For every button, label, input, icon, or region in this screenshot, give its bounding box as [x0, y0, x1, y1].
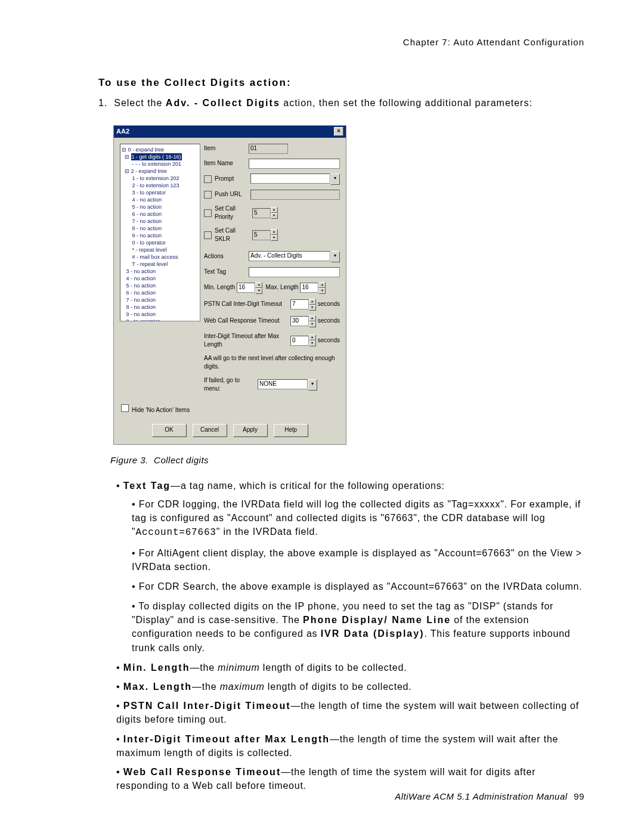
definition-list: Text Tag—a tag name, which is critical f… — [116, 479, 584, 793]
list-item: For CDR logging, the IVRData field will … — [132, 497, 584, 540]
max-length-field[interactable]: 16 — [300, 283, 318, 293]
ok-button[interactable]: OK — [152, 424, 187, 437]
call-priority-field: 5 — [252, 208, 271, 218]
section-title: To use the Collect Digits action: — [98, 76, 584, 91]
dialog-title: AA2 — [116, 127, 129, 137]
setsklr-checkbox[interactable] — [204, 231, 212, 239]
menu-tree[interactable]: ⊟ 0 - expand tree ⊟ 1 - get digits ( 16-… — [120, 144, 200, 321]
page-footer: AltiWare ACM 5.1 Administration Manual 9… — [395, 790, 584, 803]
inter-timeout-field[interactable]: 0 — [290, 336, 309, 346]
chapter-header: Chapter 7: Auto Attendant Configuration — [98, 36, 584, 49]
prompt-checkbox[interactable] — [204, 175, 212, 183]
prompt-field[interactable] — [250, 174, 330, 184]
apply-button[interactable]: Apply — [233, 424, 268, 437]
help-button[interactable]: Help — [274, 424, 308, 437]
item-label: Item — [204, 144, 249, 153]
itemname-label: Item Name — [204, 159, 249, 168]
note-text: AA will go to the next level after colle… — [204, 354, 340, 371]
item-name-field[interactable] — [249, 159, 340, 169]
failed-menu-select[interactable]: NONE — [258, 379, 308, 389]
text-tag-field[interactable] — [249, 267, 340, 277]
cancel-button[interactable]: Cancel — [193, 424, 227, 437]
min-length-field[interactable]: 16 — [237, 283, 255, 293]
web-timeout-field[interactable]: 30 — [290, 316, 309, 326]
spin-up-icon[interactable]: ▴ — [271, 229, 278, 235]
figure-caption: Figure 3. Collect digits — [110, 454, 584, 467]
dialog-titlebar: AA2 × — [114, 126, 346, 138]
chevron-down-icon[interactable]: ▾ — [308, 379, 317, 391]
spin-down-icon[interactable]: ▾ — [271, 213, 278, 219]
hide-noaction-checkbox[interactable] — [121, 404, 129, 412]
spin-up-icon[interactable]: ▴ — [271, 207, 278, 213]
step-1: 1. Select the Adv. - Collect Digits acti… — [110, 96, 584, 110]
actions-select[interactable]: Adv. - Collect Digits — [249, 251, 330, 261]
form-panel: Item 01 Item Name Prompt ▾ Push URL Set … — [204, 144, 340, 398]
list-item: To display collected digits on the IP ph… — [132, 599, 584, 655]
figure-collect-digits: AA2 × ⊟ 0 - expand tree ⊟ 1 - get digits… — [113, 125, 584, 445]
chevron-down-icon[interactable]: ▾ — [330, 174, 340, 185]
sklr-field: 5 — [252, 230, 271, 240]
spin-down-icon[interactable]: ▾ — [271, 235, 278, 241]
chevron-down-icon[interactable]: ▾ — [330, 251, 340, 262]
pstn-timeout-field[interactable]: 7 — [290, 299, 309, 309]
push-url-field — [250, 190, 340, 200]
pushurl-checkbox[interactable] — [204, 191, 212, 199]
list-item: For AltiAgent client display, the above … — [132, 546, 584, 574]
aa2-dialog: AA2 × ⊟ 0 - expand tree ⊟ 1 - get digits… — [113, 125, 346, 445]
close-icon[interactable]: × — [334, 127, 343, 136]
setcallprio-checkbox[interactable] — [204, 209, 212, 217]
list-item: For CDR Search, the above example is dis… — [132, 580, 584, 593]
item-field: 01 — [249, 144, 288, 154]
